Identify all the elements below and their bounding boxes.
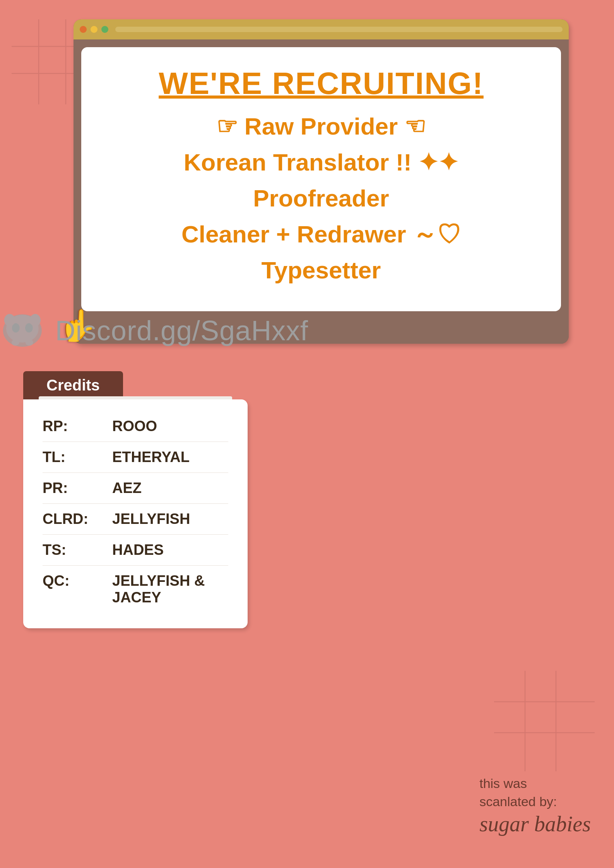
browser-inner: WE'RE RECRUITING! ☞ Raw Provider ☜ Korea… — [81, 47, 561, 311]
credits-value-tl: ETHERYAL — [112, 449, 190, 466]
svg-point-8 — [4, 314, 15, 326]
credits-row-pr: PR: AEZ — [43, 473, 228, 504]
scanlated-group-name: sugar babies — [479, 811, 591, 837]
titlebar-address-bar — [115, 27, 563, 32]
credits-label-clrd: CLRD: — [43, 511, 104, 527]
traffic-light-green — [101, 26, 108, 33]
browser-window: WE'RE RECRUITING! ☞ Raw Provider ☜ Korea… — [74, 19, 569, 344]
credits-row-tl: TL: ETHERYAL — [43, 442, 228, 473]
scanlated-by-line1: this was — [479, 774, 591, 793]
browser-content: WE'RE RECRUITING! ☞ Raw Provider ☜ Korea… — [74, 39, 569, 344]
grid-decoration-bottomright — [494, 671, 595, 771]
traffic-light-yellow — [91, 26, 97, 33]
role-cleaner-redrawer: Cleaner + Redrawer ～♡ — [104, 216, 538, 252]
browser-titlebar — [74, 19, 569, 39]
scanlated-by-line2: scanlated by: — [479, 793, 591, 811]
credits-tab: Credits — [23, 371, 123, 399]
credits-row-ts: TS: HADES — [43, 535, 228, 566]
role-korean-translator: Korean Translator !! ✦✦ — [104, 144, 538, 180]
discord-logo-icon — [1, 313, 44, 348]
recruiting-title: WE'RE RECRUITING! — [104, 67, 538, 101]
role-proofreader: Proofreader — [104, 180, 538, 216]
credits-value-qc: JELLYFISH &JACEY — [112, 573, 205, 606]
credits-value-ts: HADES — [112, 542, 164, 558]
credits-row-qc: QC: JELLYFISH &JACEY — [43, 566, 228, 613]
credits-paper: RP: ROOO TL: ETHERYAL PR: AEZ CLRD: JELL… — [23, 399, 248, 628]
credits-row-clrd: CLRD: JELLYFISH — [43, 504, 228, 535]
discord-section: Discord.gg/SgaHxxf — [1, 313, 308, 348]
credits-value-rp: ROOO — [112, 418, 157, 435]
credits-label-qc: QC: — [43, 573, 104, 589]
credits-label-rp: RP: — [43, 418, 104, 435]
scanlated-section: this was scanlated by: sugar babies — [479, 774, 591, 837]
credits-row-rp: RP: ROOO — [43, 411, 228, 442]
credits-label-tl: TL: — [43, 449, 104, 466]
svg-point-9 — [30, 314, 41, 326]
credits-label-pr: PR: — [43, 480, 104, 496]
credits-value-pr: AEZ — [112, 480, 142, 496]
traffic-light-red — [80, 26, 87, 33]
discord-invite-text: Discord.gg/SgaHxxf — [55, 315, 308, 346]
role-typesetter: Typesetter — [104, 252, 538, 288]
role-raw-provider: ☞ Raw Provider ☜ — [104, 108, 538, 144]
svg-point-11 — [26, 339, 33, 346]
credits-container: Credits RP: ROOO TL: ETHERYAL PR: AEZ CL… — [23, 371, 248, 628]
svg-point-10 — [12, 339, 19, 346]
credits-value-clrd: JELLYFISH — [112, 511, 190, 527]
credits-label-ts: TS: — [43, 542, 104, 558]
